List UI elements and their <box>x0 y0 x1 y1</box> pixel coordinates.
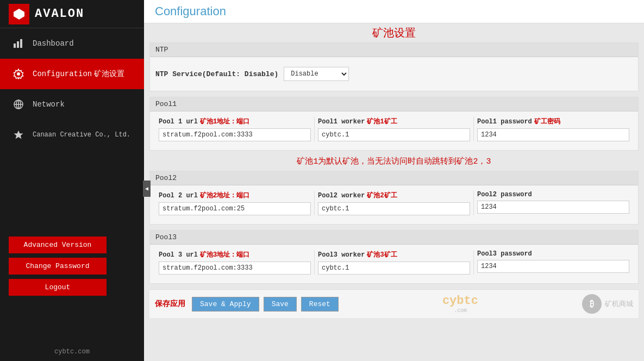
svg-marker-10 <box>14 130 23 139</box>
sidebar-item-configuration-label: Configuration <box>33 70 92 78</box>
save-button[interactable]: Save <box>264 297 297 312</box>
sidebar-item-canaan-label: Canaan Creative Co., Ltd. <box>33 131 130 139</box>
pool-note: 矿池1为默认矿池，当无法访问时自动跳转到矿池2，3 <box>149 156 639 166</box>
pool1-body: Pool 1 url 矿池1地址：端口 Pool1 worker 矿池1矿工 <box>150 111 638 150</box>
save-apply-label: 保存应用 <box>155 299 185 309</box>
pool3-worker-group: Pool3 worker 矿池3矿工 <box>315 250 474 275</box>
change-password-button[interactable]: Change Password <box>9 258 107 275</box>
pool1-header: Pool1 <box>150 97 638 111</box>
sidebar-item-canaan[interactable]: Canaan Creative Co., Ltd. <box>0 120 144 150</box>
pool2-url-input[interactable] <box>159 202 311 215</box>
bitcoin-icon: ₿ <box>582 294 602 314</box>
ntp-header: NTP <box>150 43 638 57</box>
main-content: Configuration 矿池设置 NTP NTP Service(Defau… <box>144 0 644 361</box>
pool2-worker-group: Pool2 worker 矿池2矿工 <box>315 191 474 215</box>
pool3-worker-label-cn: 矿池3矿工 <box>367 250 397 259</box>
pool3-url-label: Pool 3 url 矿池3地址：端口 <box>159 250 311 259</box>
svg-rect-4 <box>20 39 22 48</box>
pool1-password-input[interactable] <box>477 128 629 141</box>
sidebar-action-buttons: Advanced Version Change Password Logout <box>9 236 107 296</box>
logo-text: AVALON <box>35 7 84 21</box>
svg-rect-3 <box>17 41 19 48</box>
ntp-body: NTP Service(Default: Disable) Disable En… <box>150 57 638 91</box>
svg-point-5 <box>17 72 20 76</box>
sidebar-item-network[interactable]: Network <box>0 89 144 120</box>
pool2-section: Pool2 Pool 2 url 矿池2地址：端口 Pool2 worker 矿… <box>149 171 639 225</box>
sidebar-footer: cybtc.com <box>0 348 144 356</box>
pool1-password-label-cn: 矿工密码 <box>534 117 560 126</box>
pool2-worker-input[interactable] <box>318 202 470 215</box>
pool2-url-label: Pool 2 url 矿池2地址：端口 <box>159 191 311 200</box>
star-icon <box>11 127 26 142</box>
logout-button[interactable]: Logout <box>9 279 107 296</box>
logo-icon: A <box>9 4 29 24</box>
pool2-label-row: Pool 2 url 矿池2地址：端口 Pool2 worker 矿池2矿工 <box>155 191 633 215</box>
advanced-version-button[interactable]: Advanced Version <box>9 236 107 253</box>
pool1-worker-group: Pool1 worker 矿池1矿工 <box>315 117 474 141</box>
page-title: Configuration <box>155 4 226 18</box>
bottom-action-bar: 保存应用 Save & Apply Save Reset cybtc .com … <box>149 289 639 318</box>
cybtc-watermark: cybtc .com <box>343 294 578 314</box>
pool3-url-group: Pool 3 url 矿池3地址：端口 <box>155 250 315 275</box>
svg-text:A: A <box>16 13 20 18</box>
pool3-header: Pool3 <box>150 231 638 245</box>
miner-mall-text: 矿机商城 <box>605 299 633 309</box>
sidebar: A AVALON Dashboard Configuration 矿池设置 <box>0 0 144 361</box>
pool2-password-input[interactable] <box>477 201 629 214</box>
pool1-section: Pool1 Pool 1 url 矿池1地址：端口 Pool1 worker 矿… <box>149 97 639 151</box>
pool3-worker-label: Pool3 worker 矿池3矿工 <box>318 250 470 259</box>
pool3-password-group: Pool3 password <box>474 250 633 275</box>
pool1-url-input[interactable] <box>159 128 311 141</box>
pool3-url-label-cn: 矿池3地址：端口 <box>200 250 249 259</box>
page-title-cn: 矿池设置 <box>144 26 644 40</box>
main-header: Configuration <box>144 0 644 23</box>
pool2-worker-label: Pool2 worker 矿池2矿工 <box>318 191 470 200</box>
ntp-section: NTP NTP Service(Default: Disable) Disabl… <box>149 42 639 91</box>
pool1-url-label: Pool 1 url 矿池1地址：端口 <box>159 117 311 126</box>
pool3-body: Pool 3 url 矿池3地址：端口 Pool3 worker 矿池3矿工 <box>150 245 638 283</box>
ntp-service-row: NTP Service(Default: Disable) Disable En… <box>155 63 633 85</box>
gear-icon <box>11 66 26 82</box>
pool1-password-label: Pool1 password 矿工密码 <box>477 117 629 126</box>
sidebar-item-dashboard-label: Dashboard <box>33 39 74 48</box>
svg-rect-2 <box>14 43 16 48</box>
pool1-worker-input[interactable] <box>318 128 470 141</box>
chart-icon <box>11 36 26 51</box>
logo-area: A AVALON <box>0 0 144 28</box>
reset-button[interactable]: Reset <box>301 297 339 312</box>
pool2-worker-label-cn: 矿池2矿工 <box>367 191 397 200</box>
sidebar-collapse-button[interactable]: ◀ <box>143 180 151 197</box>
pool2-password-label: Pool2 password <box>477 191 629 198</box>
sidebar-item-dashboard[interactable]: Dashboard <box>0 28 144 59</box>
pool3-url-input[interactable] <box>159 262 311 275</box>
pool2-url-group: Pool 2 url 矿池2地址：端口 <box>155 191 315 215</box>
pool1-label-row: Pool 1 url 矿池1地址：端口 Pool1 worker 矿池1矿工 <box>155 117 633 141</box>
doobtc-watermark: ₿ 矿机商城 <box>582 294 633 314</box>
pool3-label-row: Pool 3 url 矿池3地址：端口 Pool3 worker 矿池3矿工 <box>155 250 633 275</box>
sidebar-item-configuration[interactable]: Configuration 矿池设置 <box>0 59 144 89</box>
pool1-url-group: Pool 1 url 矿池1地址：端口 <box>155 117 315 141</box>
pool1-worker-label: Pool1 worker 矿池1矿工 <box>318 117 470 126</box>
pool1-worker-label-cn: 矿池1矿工 <box>367 117 397 126</box>
pool1-password-group: Pool1 password 矿工密码 <box>474 117 633 141</box>
save-apply-button[interactable]: Save & Apply <box>192 297 259 312</box>
footer-text: cybtc.com <box>54 348 90 356</box>
pool1-url-label-cn: 矿池1地址：端口 <box>200 117 249 126</box>
pool3-worker-input[interactable] <box>318 262 470 275</box>
sidebar-item-network-label: Network <box>33 100 65 109</box>
globe-icon <box>11 97 26 112</box>
pool3-password-input[interactable] <box>477 260 629 273</box>
ntp-service-select[interactable]: Disable Enable <box>284 67 349 81</box>
pool2-url-label-cn: 矿池2地址：端口 <box>200 191 249 200</box>
pool2-header: Pool2 <box>150 171 638 185</box>
pool2-password-group: Pool2 password <box>474 191 633 215</box>
pool3-password-label: Pool3 password <box>477 250 629 258</box>
content-area: NTP NTP Service(Default: Disable) Disabl… <box>144 42 644 361</box>
pool3-section: Pool3 Pool 3 url 矿池3地址：端口 Pool3 worker 矿… <box>149 230 639 284</box>
sidebar-item-configuration-label-cn: 矿池设置 <box>94 69 124 79</box>
pool2-body: Pool 2 url 矿池2地址：端口 Pool2 worker 矿池2矿工 <box>150 185 638 224</box>
ntp-service-label: NTP Service(Default: Disable) <box>155 70 278 78</box>
